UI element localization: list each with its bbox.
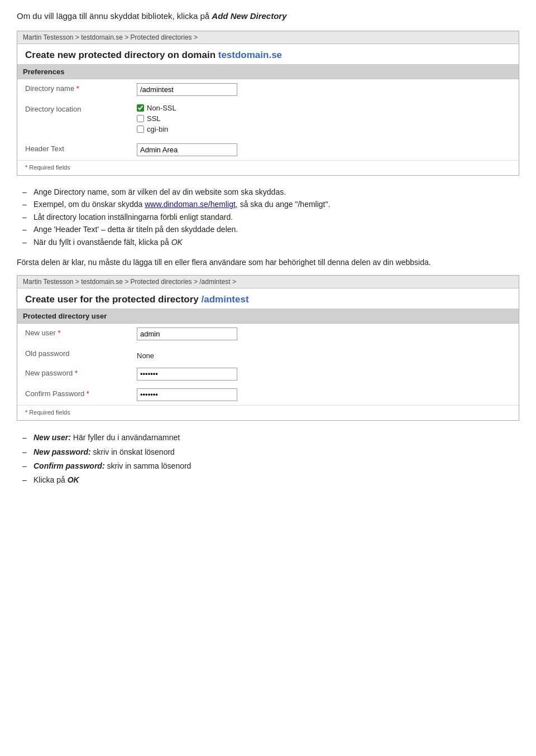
- field-value-directory-name: [129, 79, 519, 100]
- checkbox-nonssl[interactable]: [137, 104, 144, 112]
- ok-emphasis: OK: [68, 475, 79, 484]
- panel2-form-table: New user * Old password None New passwor…: [17, 324, 519, 405]
- header-text-input[interactable]: [137, 143, 237, 156]
- intro-paragraph: Om du vill lägga till ännu skyddat bibli…: [17, 11, 519, 21]
- field-label-header-text: Header Text: [17, 139, 129, 160]
- field-label-new-password: New password *: [17, 364, 129, 384]
- panel1-breadcrumb: Martin Testesson > testdomain.se > Prote…: [17, 31, 519, 44]
- field-label-directory-location: Directory location: [17, 100, 129, 139]
- field-value-confirm-password: [129, 384, 519, 405]
- create-directory-panel: Martin Testesson > testdomain.se > Prote…: [17, 31, 519, 176]
- field-value-new-user: [129, 324, 519, 344]
- field-label-directory-name: Directory name *: [17, 79, 129, 100]
- list-item-prefix: Confirm password:: [34, 461, 105, 470]
- list-item: Ange 'Header Text' – detta är titeln på …: [28, 223, 519, 235]
- checkbox-cgibin[interactable]: [137, 126, 144, 133]
- directory-name-input[interactable]: [137, 83, 237, 96]
- panel1-section-header: Preferences: [17, 65, 519, 79]
- panel1-title-before: Create new protected directory on domain: [25, 50, 218, 60]
- field-label-confirm-password: Confirm Password *: [17, 384, 129, 405]
- intro-link-text: Add New Directory: [212, 11, 286, 21]
- old-password-value: None: [137, 348, 511, 360]
- list-item: Exempel, om du önskar skydda www.dindoma…: [28, 198, 519, 210]
- panel1-form-table: Directory name * Directory location Non-…: [17, 79, 519, 160]
- panel2-domain: /admintest: [202, 294, 249, 305]
- panel2-breadcrumb: Martin Testesson > testdomain.se > Prote…: [17, 276, 519, 288]
- table-row: Directory location Non-SSL SSL cgi-bin: [17, 100, 519, 139]
- list-item-prefix: New password:: [34, 447, 91, 456]
- list-item: New user: Här fyller du i användarnamnet: [28, 431, 519, 445]
- required-star: *: [75, 369, 78, 377]
- create-user-panel: Martin Testesson > testdomain.se > Prote…: [17, 275, 519, 421]
- list-item: Confirm password: skriv in samma lösenor…: [28, 459, 519, 473]
- field-value-directory-location: Non-SSL SSL cgi-bin: [129, 100, 519, 139]
- mid-text-paragraph: Första delen är klar, nu måste du lägga …: [17, 256, 519, 268]
- table-row: New user *: [17, 324, 519, 344]
- field-label-old-password: Old password: [17, 344, 129, 364]
- required-star: *: [87, 389, 89, 398]
- list-item: Låt directory location inställningarna f…: [28, 211, 519, 223]
- checkbox-cgibin-label: cgi-bin: [147, 125, 168, 133]
- panel2-required-note: * Required fields: [17, 405, 519, 420]
- table-row: New password *: [17, 364, 519, 384]
- list-item: Klicka på OK: [28, 473, 519, 487]
- checkbox-nonssl-label: Non-SSL: [147, 104, 176, 112]
- required-star-note: *: [25, 164, 27, 171]
- panel2-title-before: Create user for the protected directory: [25, 294, 202, 305]
- checkbox-ssl[interactable]: [137, 115, 144, 122]
- panel1-required-note: * Required fields: [17, 160, 519, 175]
- list-item: När du fyllt i ovanstående fält, klicka …: [28, 236, 519, 248]
- confirm-password-input[interactable]: [137, 388, 237, 401]
- new-password-input[interactable]: [137, 368, 237, 381]
- checkbox-ssl-label: SSL: [147, 114, 161, 123]
- example-link[interactable]: www.dindoman.se/hemligt: [145, 200, 236, 209]
- new-user-input[interactable]: [137, 328, 237, 340]
- checkbox-cgibin-row: cgi-bin: [137, 125, 511, 133]
- field-label-new-user: New user *: [17, 324, 129, 344]
- table-row: Old password None: [17, 344, 519, 364]
- bottom-bullet-list: New user: Här fyller du i användarnamnet…: [28, 431, 519, 487]
- list-item: Ange Directory name, som är vilken del a…: [28, 186, 519, 198]
- panel2-title: Create user for the protected directory …: [17, 288, 519, 309]
- list-item: New password: skriv in önskat lösenord: [28, 445, 519, 459]
- panel1-title: Create new protected directory on domain…: [17, 44, 519, 65]
- required-star: *: [76, 84, 79, 93]
- panel1-domain: testdomain.se: [218, 50, 282, 60]
- field-value-new-password: [129, 364, 519, 384]
- table-row: Header Text: [17, 139, 519, 160]
- field-value-header-text: [129, 139, 519, 160]
- bullet-list-1: Ange Directory name, som är vilken del a…: [28, 186, 519, 248]
- table-row: Confirm Password *: [17, 384, 519, 405]
- intro-text-before: Om du vill lägga till ännu skyddat bibli…: [17, 11, 212, 21]
- table-row: Directory name *: [17, 79, 519, 100]
- checkbox-nonssl-row: Non-SSL: [137, 104, 511, 112]
- checkbox-ssl-row: SSL: [137, 114, 511, 123]
- required-star-note2: *: [25, 409, 27, 416]
- field-value-old-password: None: [129, 344, 519, 364]
- list-item-prefix: New user:: [34, 433, 71, 442]
- required-star: *: [58, 329, 61, 337]
- panel2-section-header: Protected directory user: [17, 309, 519, 324]
